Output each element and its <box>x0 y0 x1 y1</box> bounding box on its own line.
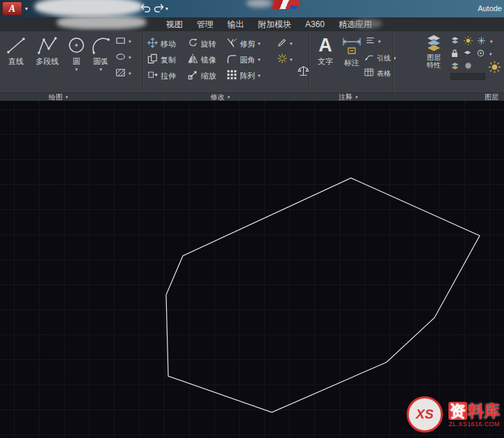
text-tool-button[interactable]: A 文字 <box>313 33 338 66</box>
rectangle-icon <box>115 35 126 49</box>
layer-match-icon <box>476 48 485 60</box>
measure-icon <box>298 65 309 80</box>
erase-tool-button[interactable]: ▾ <box>277 38 293 50</box>
chevron-down-icon[interactable]: ▾ <box>490 39 493 44</box>
tab-manage[interactable]: 管理 <box>190 17 220 31</box>
explode-tool-button[interactable]: ▾ <box>277 54 293 66</box>
autocad-logo[interactable]: A <box>2 1 22 16</box>
panel-separator <box>309 33 310 91</box>
table-icon <box>364 67 374 80</box>
chevron-down-icon[interactable]: ▾ <box>129 71 131 76</box>
circle-tool-button[interactable]: 圆 ▾ <box>65 33 88 72</box>
circle-icon <box>66 33 87 57</box>
layer-tools-row[interactable]: ▾ <box>450 48 492 60</box>
chevron-down-icon[interactable]: ▾ <box>258 41 261 47</box>
chevron-down-icon[interactable]: ▾ <box>258 73 261 79</box>
layer-freeze-icon <box>477 35 486 48</box>
redo-icon[interactable] <box>154 3 165 16</box>
drawing-canvas[interactable]: XS 资料库 ZL.XS1616.COM <box>0 101 504 438</box>
ribbon-tabs: 视图 管理 输出 附加模块 A360 精选应用 <box>160 17 378 31</box>
scale-tool-button[interactable]: 缩放 <box>188 70 216 82</box>
chevron-down-icon[interactable]: ▾ <box>129 39 131 44</box>
layer-off-icon <box>464 60 473 73</box>
layer-walk-row[interactable] <box>450 60 473 73</box>
move-tool-button[interactable]: 移动 <box>147 38 176 50</box>
chevron-down-icon[interactable]: ▾ <box>258 57 261 63</box>
chevron-down-icon[interactable]: ▾ <box>99 67 102 72</box>
tool-label: 圆 <box>73 57 81 66</box>
trim-tool-button[interactable]: 修剪 ▾ <box>227 38 261 50</box>
tab-featured-apps[interactable]: 精选应用 <box>332 17 378 31</box>
table-tool-button[interactable]: 表格 <box>364 67 391 80</box>
arc-icon <box>90 33 111 57</box>
watermark-logo: XS <box>407 396 443 432</box>
fillet-tool-button[interactable]: 圆角 ▾ <box>227 54 261 66</box>
dimension-style-button[interactable]: ▾ <box>366 35 381 48</box>
layer-properties-button[interactable]: 图层 特性 <box>418 33 449 69</box>
tab-a360[interactable]: A360 <box>299 17 331 31</box>
hatch-icon <box>115 67 126 81</box>
dimension-style-icon <box>366 35 375 48</box>
layer-on-sun-icon <box>464 35 473 48</box>
undo-icon[interactable] <box>140 3 151 16</box>
arc-tool-button[interactable]: 圆弧 ▾ <box>89 33 113 72</box>
mirror-tool-button[interactable]: 镜像 <box>188 54 216 66</box>
tool-label: 圆弧 <box>93 57 108 66</box>
tool-label: 复制 <box>161 55 176 65</box>
chevron-down-icon[interactable]: ▾ <box>75 67 78 72</box>
tool-label: 文字 <box>318 57 333 66</box>
line-icon <box>6 33 26 57</box>
stretch-tool-button[interactable]: 拉伸 <box>147 70 176 82</box>
trim-icon <box>227 38 237 51</box>
mirror-icon <box>188 54 198 67</box>
tool-label: 图层 <box>427 54 441 61</box>
polyline-tool-button[interactable]: 多段线 <box>31 33 64 66</box>
chevron-down-icon[interactable]: ▾ <box>290 57 293 63</box>
dimension-tool-button[interactable]: 标注 <box>339 35 364 67</box>
layer-state-row[interactable]: ▾ <box>450 35 493 48</box>
layer-fade-button[interactable] <box>488 62 501 74</box>
layer-isolate-icon <box>463 48 472 60</box>
tab-output[interactable]: 输出 <box>221 17 250 31</box>
tool-label: 镜像 <box>201 55 216 65</box>
tool-label: 特性 <box>427 61 441 69</box>
logo-chevron-down-icon[interactable]: ▾ <box>25 6 28 12</box>
tool-label: 移动 <box>161 39 176 49</box>
watermark-text-block: 资料库 ZL.XS1616.COM <box>448 402 500 428</box>
watermark: XS 资料库 ZL.XS1616.COM <box>407 396 500 432</box>
hatch-tool-button[interactable]: ▾ <box>115 67 131 80</box>
tool-label: 多段线 <box>36 57 59 66</box>
rectangle-tool-button[interactable]: ▾ <box>115 35 131 48</box>
rotate-tool-button[interactable]: 旋转 <box>188 38 216 50</box>
panel-label-strip: 绘图 ▼ 修改 ▼ 注释 ▼ 图层 <box>0 92 504 101</box>
tool-label: 修剪 <box>240 39 255 49</box>
array-tool-button[interactable]: 阵列 ▾ <box>227 70 261 82</box>
explode-icon <box>277 54 287 66</box>
line-tool-button[interactable]: 直线 <box>3 33 29 66</box>
ellipse-tool-button[interactable]: ▾ <box>115 51 131 64</box>
chevron-down-icon[interactable]: ▾ <box>489 51 492 57</box>
leader-tool-button[interactable]: 引线 ▾ <box>364 52 396 65</box>
tool-label: 标注 <box>344 58 359 67</box>
erase-smudge <box>246 0 273 8</box>
ribbon-panels: 直线 多段线 圆 ▾ 圆弧 ▾ ▾ ▾ <box>0 31 504 92</box>
chevron-down-icon[interactable]: ▾ <box>290 41 293 47</box>
watermark-title-rest: 料库 <box>468 402 500 420</box>
layer-state-dropdown[interactable] <box>450 73 485 80</box>
polyline-icon <box>37 33 58 57</box>
measure-tool-button[interactable] <box>298 66 309 79</box>
rotate-icon <box>188 38 198 51</box>
layer-walk-icon <box>450 60 460 73</box>
scale-icon <box>188 70 198 83</box>
copy-tool-button[interactable]: 复制 <box>147 54 176 66</box>
chevron-down-icon[interactable]: ▾ <box>378 39 381 44</box>
titlebar: A ▾ ▾ Autode <box>0 0 504 17</box>
chevron-down-icon[interactable]: ▾ <box>129 55 131 60</box>
layer-stack-icon <box>450 35 460 48</box>
tab-view[interactable]: 视图 <box>160 17 189 31</box>
watermark-title-first-char: 资 <box>448 402 467 420</box>
quick-access-chevron-down-icon[interactable]: ▾ <box>165 6 168 12</box>
tool-label: 拉伸 <box>161 71 176 81</box>
drawn-polygon[interactable] <box>166 178 480 412</box>
tab-addins[interactable]: 附加模块 <box>252 17 298 31</box>
